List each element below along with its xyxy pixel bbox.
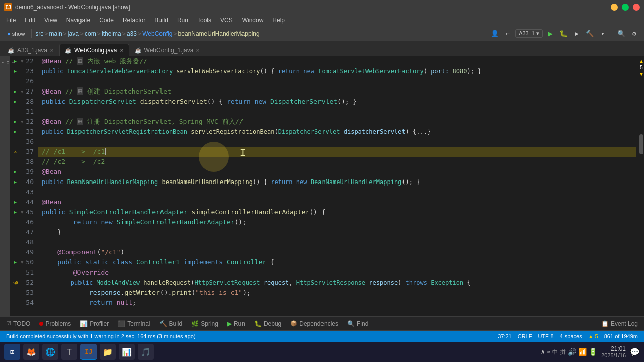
breadcrumb-java[interactable]: java bbox=[68, 30, 79, 37]
fold-22[interactable]: ▼ bbox=[20, 56, 24, 66]
menu-tools[interactable]: Tools bbox=[193, 16, 215, 25]
breadcrumb-method[interactable]: beanNameUrlHandlerMapping bbox=[178, 30, 260, 37]
build-icon[interactable]: 🔨 bbox=[584, 28, 595, 39]
code-line-44: @Bean bbox=[38, 197, 636, 207]
taskbar-notification-icon[interactable]: 💬 bbox=[630, 347, 640, 357]
problems-dot bbox=[39, 322, 43, 326]
code-lines[interactable]: @Bean // ⊞ 内嵌 web 服务器// public TomcatSer… bbox=[38, 56, 636, 316]
taskbar-up-arrow[interactable]: ∧ bbox=[541, 348, 545, 356]
start-button[interactable]: ⊞ bbox=[4, 344, 20, 360]
branch-selector[interactable]: A33_1 ▾ bbox=[515, 29, 543, 38]
marker-44: ▶ bbox=[12, 197, 18, 207]
right-scroll-panel[interactable]: ▲ 5 ▼ bbox=[636, 56, 644, 316]
menu-run[interactable]: Run bbox=[173, 16, 192, 25]
taskbar-firefox[interactable]: 🦊 bbox=[23, 344, 39, 360]
tab-webconfig1[interactable]: ☕ WebConfig_1.java ✕ bbox=[129, 44, 206, 56]
show-label: show bbox=[12, 31, 25, 37]
coverage-icon[interactable]: ▶ bbox=[571, 28, 582, 39]
search-icon[interactable]: 🔍 bbox=[616, 28, 627, 39]
menu-help[interactable]: Help bbox=[268, 16, 289, 25]
menu-window[interactable]: Window bbox=[238, 16, 268, 25]
taskbar-notepad[interactable]: T bbox=[61, 344, 77, 360]
code-line-22: @Bean // ⊞ 内嵌 web 服务器// bbox=[38, 56, 636, 66]
taskbar-keyboard-icon[interactable]: ⌨ bbox=[547, 349, 550, 355]
menu-vcs[interactable]: VCS bbox=[216, 16, 237, 25]
show-button[interactable]: ● show bbox=[4, 30, 28, 38]
breadcrumb-main[interactable]: main bbox=[49, 30, 62, 37]
menu-bar: File Edit View Navigate Code Refactor Bu… bbox=[0, 14, 644, 26]
breadcrumb-com[interactable]: com bbox=[85, 30, 96, 37]
editor-area[interactable]: ▶ ▼ 22 ▶ 23 26 ▶ ▼ 27 bbox=[10, 56, 644, 316]
line-num-27: ▶ ▼ 27 bbox=[10, 86, 34, 97]
close-button[interactable] bbox=[633, 4, 640, 11]
settings-icon[interactable]: ⚙ bbox=[629, 28, 640, 39]
breadcrumb-src[interactable]: src bbox=[35, 30, 43, 37]
bottom-tab-terminal[interactable]: ⬛ Terminal bbox=[114, 319, 154, 329]
taskbar-input-icon[interactable]: 中 bbox=[552, 348, 558, 356]
taskbar-pinyin-icon[interactable]: 拼 bbox=[560, 348, 566, 356]
taskbar-battery-icon[interactable]: 🔋 bbox=[589, 348, 597, 356]
profile-icon[interactable]: 👤 bbox=[489, 28, 500, 39]
minimize-button[interactable] bbox=[611, 4, 618, 11]
tab-webconfig1-close[interactable]: ✕ bbox=[196, 48, 200, 53]
line-num-54: 54 bbox=[10, 298, 34, 308]
back-icon[interactable]: ← bbox=[502, 28, 513, 39]
status-encoding[interactable]: UTF-8 bbox=[536, 333, 555, 339]
bottom-tab-build[interactable]: 🔨 Build bbox=[155, 319, 187, 329]
line-num-51: 51 bbox=[10, 267, 34, 278]
sidebar-project-icon[interactable]: Proj bbox=[1, 58, 9, 66]
breadcrumb-webconfig[interactable]: WebConfig bbox=[142, 30, 172, 37]
code-line-36 bbox=[38, 137, 636, 147]
taskbar-intellij[interactable]: IJ bbox=[80, 344, 97, 360]
tab-a33-close[interactable]: ✕ bbox=[50, 48, 54, 53]
taskbar-network-icon[interactable]: 📶 bbox=[578, 348, 587, 356]
breadcrumb-a33[interactable]: a33 bbox=[127, 30, 137, 37]
maximize-button[interactable] bbox=[622, 4, 629, 11]
debug-icon[interactable]: 🐛 bbox=[558, 28, 569, 39]
code-line-31 bbox=[38, 107, 636, 117]
breadcrumb: src > main > java > com > itheima > a33 … bbox=[35, 30, 487, 37]
bottom-tab-eventlog[interactable]: 📋 Event Log bbox=[597, 319, 642, 329]
bottom-tab-run[interactable]: ▶ Run bbox=[223, 319, 249, 329]
menu-code[interactable]: Code bbox=[95, 16, 118, 25]
scroll-thumb[interactable] bbox=[639, 134, 643, 154]
line-num-23: ▶ 23 bbox=[10, 66, 34, 76]
menu-refactor[interactable]: Refactor bbox=[119, 16, 149, 25]
line-num-43: 43 bbox=[10, 187, 34, 197]
bottom-tab-find[interactable]: 🔍 Find bbox=[343, 319, 372, 329]
tab-webconfig[interactable]: ☕ WebConfig.java ✕ bbox=[59, 44, 129, 56]
status-position[interactable]: 37:21 bbox=[496, 333, 514, 339]
status-line-ending[interactable]: CRLF bbox=[516, 333, 534, 339]
code-line-52: public ModelAndView handleRequest ( Http… bbox=[38, 278, 636, 288]
down-icon[interactable]: ▾ bbox=[597, 28, 608, 39]
bottom-tab-problems[interactable]: Problems bbox=[35, 319, 75, 329]
app-icon: IJ bbox=[4, 3, 12, 11]
status-indent[interactable]: 4 spaces bbox=[558, 333, 584, 339]
bottom-tab-profiler[interactable]: 📊 Profiler bbox=[76, 319, 113, 329]
tab-a33[interactable]: ☕ A33_1.java ✕ bbox=[2, 44, 59, 56]
menu-edit[interactable]: Edit bbox=[21, 16, 39, 25]
tab-webconfig-close[interactable]: ✕ bbox=[120, 48, 124, 53]
code-line-27: @Bean // ⊞ 创建 DispatcherServlet bbox=[38, 86, 636, 97]
menu-view[interactable]: View bbox=[40, 16, 61, 25]
breadcrumb-itheima[interactable]: itheima bbox=[102, 30, 121, 37]
taskbar-right: ∧ ⌨ 中 拼 🔊 📶 🔋 21:01 2025/1/16 💬 bbox=[541, 345, 640, 358]
bottom-tab-dependencies[interactable]: 📦 Dependencies bbox=[286, 319, 342, 329]
taskbar-ppt[interactable]: 📊 bbox=[119, 344, 135, 360]
menu-file[interactable]: File bbox=[2, 16, 20, 25]
code-line-37: // /c1 --> /c1 I bbox=[38, 147, 636, 157]
taskbar-explorer[interactable]: 📁 bbox=[100, 344, 116, 360]
taskbar-media[interactable]: 🎵 bbox=[138, 344, 154, 360]
menu-build[interactable]: Build bbox=[150, 16, 172, 25]
bottom-tab-todo[interactable]: ☑ TODO bbox=[2, 319, 34, 329]
bottom-tab-debug[interactable]: 🐛 Debug bbox=[250, 319, 285, 329]
bottom-tab-build-label: Build bbox=[169, 320, 183, 327]
line-num-26: 26 bbox=[10, 76, 34, 86]
taskbar-volume-icon[interactable]: 🔊 bbox=[568, 348, 576, 356]
bottom-tab-spring[interactable]: 🌿 Spring bbox=[187, 319, 222, 329]
run-button[interactable]: ▶ bbox=[545, 28, 556, 39]
status-bar: Build completed successfully with 1 warn… bbox=[0, 331, 644, 342]
taskbar-ie[interactable]: 🌐 bbox=[42, 344, 58, 360]
menu-navigate[interactable]: Navigate bbox=[62, 16, 94, 25]
status-right: 37:21 CRLF UTF-8 4 spaces ▲ 5 861 of 194… bbox=[496, 333, 640, 339]
